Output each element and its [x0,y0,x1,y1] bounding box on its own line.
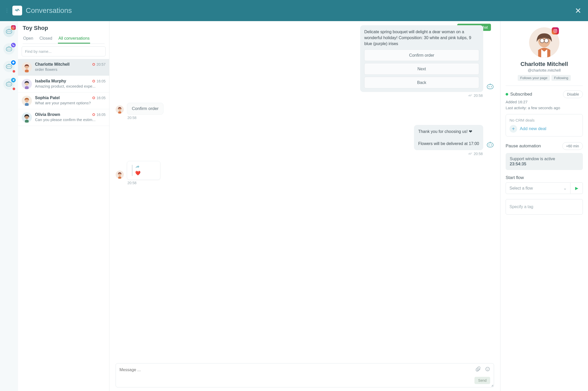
run-flow-button[interactable]: ▶ [570,182,583,194]
emoji-icon[interactable] [485,367,490,373]
conversation-item[interactable]: Sophia Patel 16:05 What are your payment… [18,92,109,109]
crm-empty: No CRM deals [509,118,579,122]
svg-point-29 [491,86,492,87]
svg-point-28 [489,86,490,87]
resize-handle-icon[interactable]: ◢ [491,384,493,387]
tab-open[interactable]: Open [23,34,34,44]
message-timestamp: 20:58 [127,116,494,120]
viber-icon [11,43,16,47]
reaction-emoji: ❤️ [135,171,155,176]
message-time: 16:05 [97,113,106,117]
message-timestamp: 20:58 [127,181,494,185]
drag-handle-icon[interactable]: ⋮ [5,8,9,13]
pause-60min-button[interactable]: +60 min [562,142,583,150]
message-preview: Amazing product, exceeded expe... [35,84,106,88]
pill-following: Following [551,75,571,81]
quick-reply-button[interactable]: Back [364,77,479,88]
add-deal-button[interactable]: + Add new deal [509,125,579,133]
instagram-icon [552,27,559,35]
message-composer[interactable]: Send ◢ [116,363,494,387]
channel-rail [0,21,18,391]
unread-dot [13,70,15,73]
tab-closed[interactable]: Closed [39,34,53,44]
svg-point-34 [489,144,490,146]
bot-icon [486,141,494,148]
svg-point-6 [14,27,14,27]
svg-point-48 [556,30,557,30]
support-window-text: Support window is active [510,157,579,161]
send-button[interactable]: Send [474,377,490,384]
message-preview: order flowers [35,67,106,72]
start-flow-label: Start flow [506,175,583,180]
bot-icon [486,83,494,90]
chevron-down-icon: ⌄ [563,186,567,191]
svg-point-39 [486,367,490,371]
contact-name: Sophia Patel [35,96,60,100]
read-receipt-icon [468,152,472,156]
share-icon [135,165,155,169]
unread-ring-icon [92,63,95,66]
status-dot-icon [506,93,508,96]
message-preview: What are your payment options? [35,101,106,105]
channel-facebook[interactable] [3,61,15,72]
contact-details: Charlotte Mitchell @charlotte.mitchell F… [500,21,588,391]
flow-select-placeholder: Select a flow [509,186,533,191]
avatar [22,112,32,123]
support-window-timer: 23:54:35 [510,162,579,166]
svg-point-1 [7,31,8,32]
message-timestamp: 20:58 [468,94,483,98]
telegram-icon [11,78,16,82]
contact-name: Charlotte Mitchell [506,61,583,67]
channel-viber[interactable] [3,43,15,55]
svg-point-9 [10,49,10,49]
avatar [22,62,32,72]
pause-automation-label: Pause automation [506,143,541,149]
message-preview: Can you please confirm the estim... [35,117,106,122]
svg-point-47 [555,30,556,31]
quick-reply-button[interactable]: Next [364,63,479,75]
app-logo [12,6,22,15]
unread-ring-icon [92,97,95,99]
support-window-box: Support window is active 23:54:35 [506,153,583,170]
svg-rect-4 [12,27,14,29]
unread-dot [13,88,15,90]
conversation-item[interactable]: Olivia Brown 16:05 Can you please confir… [18,109,109,126]
svg-rect-0 [6,30,12,33]
avatar [22,79,32,89]
read-receipt-icon [468,94,472,97]
svg-rect-33 [487,143,493,147]
message-time: 20:57 [97,62,106,66]
titlebar: ⋮ Conversations ✕ [0,0,588,21]
avatar [22,96,32,106]
contact-handle: @charlotte.mitchell [506,68,583,72]
avatar [116,171,124,179]
svg-point-44 [540,39,544,43]
contact-name: Charlotte Mitchell [35,62,70,67]
svg-point-16 [7,84,8,84]
bot-message: Thank you for choosing us! ❤ Flowers wil… [414,125,494,150]
attachment-icon[interactable] [476,367,481,373]
message-timestamp: 20:58 [468,152,483,156]
contact-name: Olivia Brown [35,112,60,117]
avatar [116,105,124,114]
flow-select[interactable]: Select a flow ⌄ [506,182,570,194]
channel-instagram[interactable] [3,26,15,37]
svg-point-5 [13,27,14,28]
quick-reply-button[interactable]: Confirm order [364,49,479,61]
plus-icon: + [509,125,517,133]
conversation-item[interactable]: Charlotte Mitchell 20:57 order flowers [18,59,109,76]
svg-rect-15 [6,82,12,86]
channel-telegram[interactable] [3,78,15,90]
svg-point-35 [491,144,492,146]
message-input[interactable] [119,368,476,372]
message-text: Delicate spring bouquet will delight a d… [364,29,479,47]
svg-rect-27 [487,85,493,89]
tag-input[interactable] [506,199,583,215]
conversation-item[interactable]: Isabella Murphy 16:05 Amazing product, e… [18,76,109,92]
tab-all-conversations[interactable]: All conversations [58,34,90,44]
search-input[interactable] [22,46,106,56]
disable-button[interactable]: Disable [563,90,583,98]
svg-rect-11 [6,65,12,69]
subscribed-label: Subscribed [510,92,532,97]
close-icon[interactable]: ✕ [573,5,583,16]
